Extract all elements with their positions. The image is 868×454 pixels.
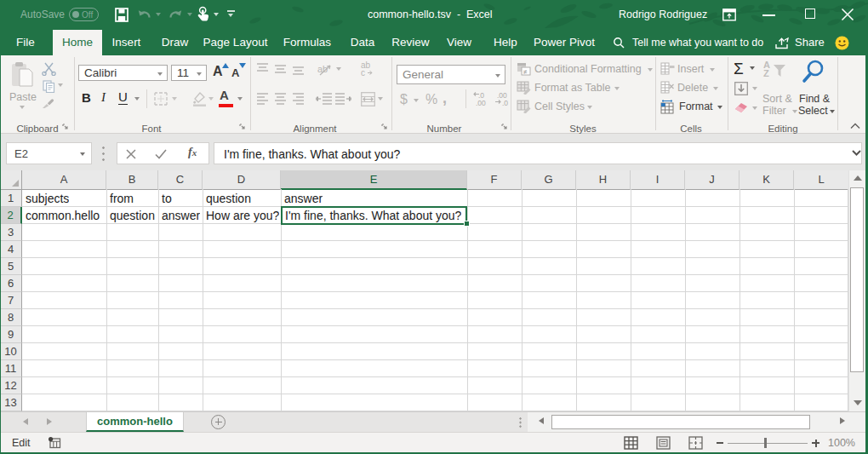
svg-text:c: c [361,68,365,77]
svg-text:.00: .00 [476,99,486,106]
svg-text:.0: .0 [502,99,508,106]
svg-text:≠: ≠ [523,68,528,76]
